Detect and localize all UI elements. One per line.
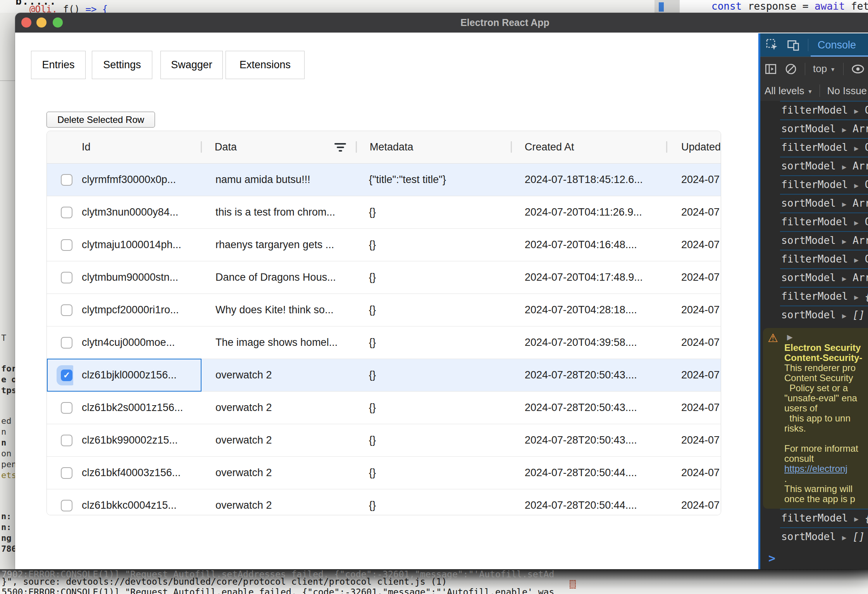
console-log-entry[interactable]: filterModel▶Obj	[758, 138, 868, 157]
console-log-entry[interactable]: sortModel▶Array	[758, 119, 868, 138]
column-separator[interactable]	[666, 141, 667, 153]
expand-arrow-icon[interactable]: ▶	[854, 144, 858, 152]
cell-created-at: 2024-07-28T20:50:44....	[512, 467, 667, 479]
table-row[interactable]: clyrmfmf30000x0p... namu amida butsu!!! …	[47, 164, 721, 196]
expand-arrow-icon[interactable]: ▶	[842, 162, 846, 171]
table-row[interactable]: clz61bkkc0004z15... overwatch 2 {} 2024-…	[47, 489, 721, 515]
expand-arrow-icon[interactable]: ▶	[854, 293, 858, 301]
console-log-entry[interactable]: filterModel▶{}	[758, 509, 868, 527]
table-row[interactable]: clytm3nun0000y84... this is a test from …	[47, 196, 721, 229]
row-checkbox[interactable]	[61, 304, 72, 316]
warning-text-line: Electron Security	[784, 343, 868, 353]
row-checkbox[interactable]	[61, 402, 72, 414]
row-checkbox[interactable]	[61, 207, 72, 218]
column-header-metadata[interactable]: Metadata	[356, 141, 512, 153]
expand-arrow-icon[interactable]: ▶	[854, 107, 858, 115]
cell-metadata: {}	[356, 337, 512, 349]
console-log-entry[interactable]: filterModel▶Obj	[758, 101, 868, 119]
code-token: @Oli.	[29, 4, 57, 13]
row-checkbox[interactable]	[61, 272, 72, 283]
table-row[interactable]: clz61bjkl0000z156... overwatch 2 {} 2024…	[47, 359, 721, 392]
tab[interactable]: Entries	[31, 51, 86, 79]
expand-arrow-icon[interactable]: ▶	[842, 200, 846, 208]
console-log-entry[interactable]: sortModel▶Array	[758, 268, 868, 287]
cell-id: clytn4cuj0000moe...	[73, 337, 202, 349]
console-log-entry[interactable]: sortModel▶Array	[758, 231, 868, 250]
cell-data: rhaenys targaryen gets ...	[202, 239, 356, 251]
console-prompt[interactable]: >	[758, 551, 868, 565]
expand-arrow-icon[interactable]: ▶	[854, 256, 858, 264]
log-variable-name: filterModel	[781, 142, 848, 153]
console-log-entry[interactable]: filterModel▶Obj	[758, 175, 868, 194]
row-checkbox[interactable]	[61, 467, 72, 479]
console-log-entry[interactable]: sortModel▶Array	[758, 157, 868, 175]
column-header-id[interactable]: Id	[73, 141, 202, 153]
console-sidebar-icon[interactable]	[765, 63, 777, 75]
row-checkbox[interactable]	[61, 174, 72, 186]
maximize-button[interactable]	[53, 17, 63, 28]
devtools-resize-handle[interactable]	[758, 33, 760, 569]
filter-icon[interactable]	[334, 143, 346, 152]
column-separator[interactable]	[511, 141, 512, 153]
console-log-entry[interactable]: filterModel▶Obj	[758, 212, 868, 231]
row-checkbox[interactable]	[61, 239, 72, 251]
console-log-entry[interactable]: filterModel▶Obj	[758, 250, 868, 268]
expand-arrow-icon[interactable]: ▶	[787, 333, 793, 342]
console-log-entry[interactable]: sortModel▶Array	[758, 194, 868, 212]
row-checkbox[interactable]	[61, 337, 72, 349]
log-levels-select[interactable]: All levels▼	[765, 85, 813, 97]
row-checkbox[interactable]	[61, 435, 72, 446]
tab[interactable]: Settings	[92, 51, 152, 79]
table-row[interactable]: clytmpcf20000ri1ro... Why does Kite! thi…	[47, 294, 721, 326]
expand-arrow-icon[interactable]: ▶	[854, 218, 858, 227]
cell-created-at: 2024-07-18T18:45:12.6...	[512, 174, 667, 186]
checkbox-cell	[47, 392, 73, 424]
expand-arrow-icon[interactable]: ▶	[842, 533, 846, 542]
column-header-updated[interactable]: Updated	[667, 141, 721, 153]
log-value: Obj	[865, 253, 868, 265]
log-value: Obj	[865, 142, 868, 153]
table-row[interactable]: clytmbum90000stn... Dance of Dragons Hou…	[47, 261, 721, 294]
warning-text-line: For more informat	[784, 444, 868, 454]
log-variable-name: sortModel	[781, 272, 836, 283]
tab[interactable]: Swagger	[160, 51, 223, 79]
warning-text-line: "unsafe-eval" ena	[784, 393, 868, 403]
table-row[interactable]: clz61bk990002z15... overwatch 2 {} 2024-…	[47, 424, 721, 457]
close-button[interactable]	[21, 17, 31, 28]
expand-arrow-icon[interactable]: ▶	[842, 311, 846, 320]
console-log-entry[interactable]: sortModel▶[]	[758, 306, 868, 324]
table-row[interactable]: clz61bk2s0001z156... overwatch 2 {} 2024…	[47, 392, 721, 424]
cell-metadata: {}	[356, 304, 512, 316]
column-separator[interactable]	[356, 141, 357, 153]
app-window: Electron React App EntriesSettingsSwagge…	[15, 13, 868, 569]
expand-arrow-icon[interactable]: ▶	[842, 237, 846, 245]
live-expression-eye-icon[interactable]	[851, 62, 865, 76]
expand-arrow-icon[interactable]: ▶	[842, 274, 846, 283]
execution-context-select[interactable]: top▼	[813, 63, 835, 75]
delete-selected-row-button[interactable]: Delete Selected Row	[46, 112, 155, 128]
row-checkbox[interactable]	[61, 370, 72, 381]
table-row[interactable]: clytn4cuj0000moe... The image shows home…	[47, 326, 721, 359]
cell-id: clytm3nun0000y84...	[73, 206, 202, 218]
security-warning-message[interactable]: ⚠ ▶ Electron SecurityContent-Security-Th…	[763, 328, 868, 509]
console-log-entry[interactable]: filterModel▶{}	[758, 287, 868, 306]
row-checkbox[interactable]	[61, 500, 72, 511]
expand-arrow-icon[interactable]: ▶	[854, 515, 858, 523]
minimize-button[interactable]	[36, 17, 46, 28]
tab[interactable]: Extensions	[226, 51, 305, 79]
expand-arrow-icon[interactable]: ▶	[854, 181, 858, 190]
background-editor-strip: b..... @Oli. f() => { const response = a…	[0, 0, 868, 13]
tab-console[interactable]: Console	[818, 39, 856, 51]
column-header-created-at[interactable]: Created At	[512, 141, 667, 153]
issues-counter[interactable]: No Issue	[827, 85, 867, 97]
expand-arrow-icon[interactable]: ▶	[842, 125, 846, 134]
warning-text-line: This warning will	[784, 484, 868, 494]
inspect-element-icon[interactable]	[766, 39, 778, 51]
column-header-data[interactable]: Data	[202, 141, 356, 153]
clear-console-icon[interactable]	[785, 63, 797, 75]
column-separator[interactable]	[201, 141, 202, 153]
table-row[interactable]: clytmaju1000014ph... rhaenys targaryen g…	[47, 229, 721, 261]
device-toolbar-icon[interactable]	[787, 39, 799, 51]
console-log-entry[interactable]: sortModel▶[]	[758, 527, 868, 546]
table-row[interactable]: clz61bkf40003z156... overwatch 2 {} 2024…	[47, 457, 721, 489]
